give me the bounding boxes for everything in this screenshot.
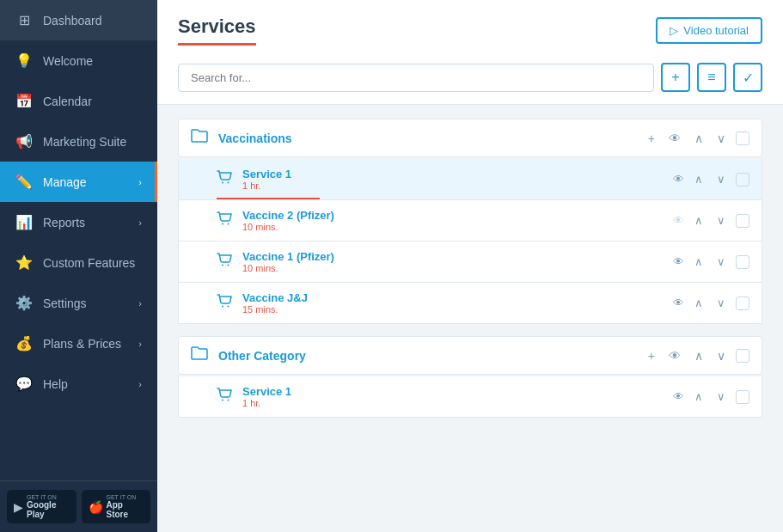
- marketing-icon: 📢: [15, 133, 33, 150]
- vaccine2-eye-button[interactable]: 👁: [673, 214, 684, 227]
- service1b-up-button[interactable]: ∧: [691, 388, 707, 405]
- welcome-icon: 💡: [15, 52, 33, 69]
- service1-down-button[interactable]: ∨: [713, 171, 729, 187]
- spacer-1: [178, 324, 762, 336]
- video-tutorial-button[interactable]: ▷ Video tutorial: [656, 17, 762, 44]
- sidebar-item-reports[interactable]: 📊 Reports ›: [0, 202, 157, 242]
- sidebar-item-label: Manage: [43, 175, 87, 189]
- sidebar-item-custom-features[interactable]: ⭐ Custom Features: [0, 242, 157, 283]
- category-name-vaccinations: Vaccinations: [218, 131, 634, 145]
- play-icon: ▷: [670, 24, 678, 37]
- category-checkbox[interactable]: [736, 131, 749, 145]
- vaccine1-down-button[interactable]: ∨: [713, 254, 729, 270]
- category-other-add-button[interactable]: +: [645, 347, 658, 364]
- category-down-button[interactable]: ∨: [713, 130, 729, 147]
- service-row-service1b: Service 1 1 hr. 👁 ∧ ∨: [178, 376, 762, 418]
- vaccinejj-down-button[interactable]: ∨: [713, 295, 729, 311]
- service1b-checkbox[interactable]: [736, 390, 749, 404]
- svg-point-3: [228, 223, 229, 225]
- service1b-actions: 👁 ∧ ∨: [673, 388, 749, 405]
- vaccine1-up-button[interactable]: ∧: [691, 254, 707, 270]
- reports-arrow-icon: ›: [138, 217, 142, 228]
- service-row-service1: Service 1 1 hr. 👁 ∧ ∨: [178, 159, 762, 200]
- check-icon: ✓: [743, 70, 754, 86]
- vaccine2-down-button[interactable]: ∨: [713, 212, 729, 229]
- svg-point-2: [222, 223, 223, 225]
- vaccinejj-up-button[interactable]: ∧: [691, 295, 707, 311]
- vaccinejj-eye-button[interactable]: 👁: [673, 297, 684, 309]
- service1b-down-button[interactable]: ∨: [713, 388, 729, 405]
- cart-icon-vaccine2: [217, 211, 232, 229]
- vaccine1-actions: 👁 ∧ ∨: [673, 254, 749, 270]
- vaccine1-checkbox[interactable]: [736, 255, 749, 269]
- service-row-vaccinejj: Vaccine J&J 15 mins. 👁 ∧ ∨: [178, 283, 762, 324]
- service1b-eye-button[interactable]: 👁: [673, 390, 684, 403]
- category-vaccinations: Vaccinations + 👁 ∧ ∨: [178, 119, 762, 157]
- category-other-down-button[interactable]: ∨: [713, 347, 729, 364]
- check-button[interactable]: ✓: [733, 63, 762, 92]
- category-add-button[interactable]: +: [645, 130, 658, 147]
- add-button[interactable]: +: [661, 63, 690, 92]
- service1-checkbox[interactable]: [736, 173, 749, 187]
- sidebar-item-dashboard[interactable]: ⊞ Dashboard: [0, 0, 157, 40]
- svg-point-8: [222, 400, 223, 401]
- manage-icon: ✏️: [15, 174, 33, 190]
- app-store-badge[interactable]: 🍎 GET IT ON App Store: [82, 490, 151, 523]
- service-duration-service1b: 1 hr.: [242, 398, 663, 408]
- vaccine2-checkbox[interactable]: [736, 214, 749, 228]
- title-row: Services ▷ Video tutorial: [178, 15, 762, 46]
- sidebar-item-label: Dashboard: [43, 14, 102, 28]
- category-up-button[interactable]: ∧: [691, 130, 707, 147]
- service-duration-vaccine2: 10 mins.: [242, 222, 663, 232]
- plans-icon: 💰: [15, 335, 33, 352]
- service-name-vaccinejj: Vaccine J&J: [242, 291, 663, 304]
- sidebar-item-calendar[interactable]: 📅 Calendar: [0, 81, 157, 121]
- list-view-button[interactable]: ≡: [697, 63, 726, 92]
- page-title: Services: [178, 15, 256, 46]
- category-name-other: Other Category: [218, 349, 634, 363]
- google-play-label: Google Play: [27, 500, 70, 519]
- sidebar-item-plans-prices[interactable]: 💰 Plans & Prices ›: [0, 323, 157, 364]
- help-arrow-icon: ›: [138, 379, 142, 389]
- svg-point-0: [222, 182, 223, 184]
- category-other-checkbox[interactable]: [736, 349, 749, 363]
- vaccinejj-actions: 👁 ∧ ∨: [673, 295, 749, 311]
- category-other-up-button[interactable]: ∧: [691, 347, 707, 364]
- reports-icon: 📊: [15, 214, 33, 230]
- page-header: Services ▷ Video tutorial + ≡ ✓: [157, 0, 783, 105]
- service1-eye-button[interactable]: 👁: [673, 173, 684, 186]
- svg-point-5: [228, 265, 229, 266]
- service1-up-button[interactable]: ∧: [691, 171, 707, 187]
- sidebar-item-label: Marketing Suite: [43, 135, 126, 149]
- sidebar-item-manage[interactable]: ✏️ Manage ›: [0, 162, 157, 202]
- service-duration-service1: 1 hr.: [242, 180, 663, 191]
- category-other: Other Category + 👁 ∧ ∨: [178, 336, 762, 375]
- vaccine1-eye-button[interactable]: 👁: [673, 255, 684, 268]
- vaccinejj-checkbox[interactable]: [736, 297, 749, 310]
- active-bar: [155, 162, 157, 202]
- store-badges: ▶ GET IT ON Google Play 🍎 GET IT ON App …: [0, 480, 157, 532]
- service-info-service1: Service 1 1 hr.: [242, 168, 663, 191]
- search-input[interactable]: [178, 64, 654, 92]
- sidebar-item-welcome[interactable]: 💡 Welcome: [0, 40, 157, 81]
- sidebar-item-help[interactable]: 💬 Help ›: [0, 364, 157, 404]
- sidebar: ⊞ Dashboard 💡 Welcome 📅 Calendar 📢 Marke…: [0, 0, 157, 532]
- sidebar-item-label: Settings: [43, 297, 87, 310]
- sidebar-item-label: Custom Features: [43, 256, 135, 270]
- cart-icon-service1b: [217, 388, 232, 406]
- google-play-icon: ▶: [14, 500, 23, 514]
- category-other-eye-button[interactable]: 👁: [665, 347, 684, 364]
- google-play-badge[interactable]: ▶ GET IT ON Google Play: [7, 490, 76, 523]
- sidebar-item-marketing-suite[interactable]: 📢 Marketing Suite: [0, 121, 157, 162]
- service-info-service1b: Service 1 1 hr.: [242, 385, 663, 408]
- vaccine2-up-button[interactable]: ∧: [691, 212, 707, 229]
- service-info-vaccine2: Vaccine 2 (Pfizer) 10 mins.: [242, 209, 663, 232]
- service-duration-vaccine1: 10 mins.: [242, 263, 663, 273]
- cart-icon-vaccine1: [217, 253, 232, 271]
- services-content: Vaccinations + 👁 ∧ ∨ Service 1 1 hr.: [157, 105, 783, 532]
- service-row-vaccine1: Vaccine 1 (Pfizer) 10 mins. 👁 ∧ ∨: [178, 242, 762, 283]
- category-eye-button[interactable]: 👁: [665, 130, 684, 147]
- svg-point-1: [228, 182, 229, 184]
- app-store-icon: 🍎: [89, 500, 103, 514]
- sidebar-item-settings[interactable]: ⚙️ Settings ›: [0, 283, 157, 323]
